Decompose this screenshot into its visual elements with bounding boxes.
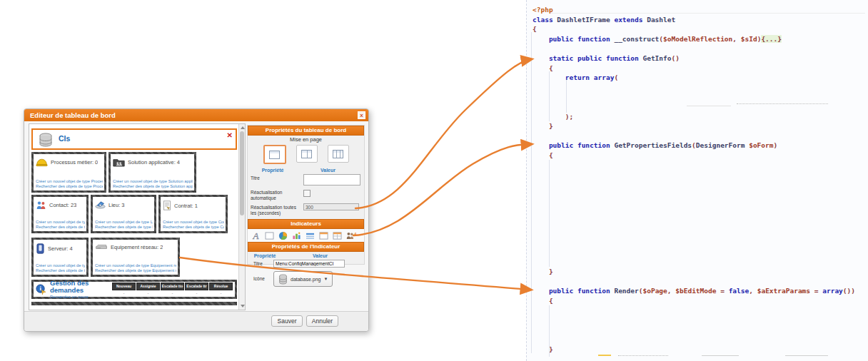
create-object-link[interactable]: Créer un nouvel objet de type Lieu	[95, 220, 153, 225]
search-objects-link[interactable]: Rechercher des objets de type Lieu	[95, 225, 153, 230]
create-object-link[interactable]: Créer un nouvel objet de type Processus …	[36, 179, 103, 184]
group-table-icon[interactable]	[331, 230, 343, 240]
php-source-code: <?phpclass DashletIFrame extends Dashlet…	[533, 5, 868, 354]
property-value-header: Propriété Valeur	[248, 167, 364, 173]
divider	[551, 13, 865, 14]
indent-guide	[549, 160, 550, 267]
dashboard-properties-header: Propriétés du tableau de bord	[248, 126, 364, 136]
dashlet-tile[interactable]: Serveur: 4Créer un nouvel objet de type …	[31, 238, 89, 277]
requests-in-progress-link[interactable]: Demandes en cours	[50, 294, 112, 300]
scroll-down-icon[interactable]	[241, 305, 245, 307]
network-device-icon	[95, 243, 108, 250]
create-object-link[interactable]: Créer un nouvel objet de type Equipement…	[95, 263, 176, 268]
refresh-seconds-label: Réactualisation toutes les (secondes)	[251, 203, 303, 216]
bar-chart-icon[interactable]	[291, 230, 302, 240]
status-value: -	[185, 290, 208, 296]
dashlet-tile[interactable]: Processus métier: 0Créer un nouvel objet…	[31, 152, 106, 193]
dashlet-label: Contrat: 1	[174, 203, 198, 209]
cis-group-tile[interactable]: CIs ✕	[31, 128, 237, 150]
pie-chart-icon[interactable]	[277, 230, 288, 240]
database-icon	[37, 132, 54, 149]
create-object-link[interactable]: Créer un nouvel objet de type Contact	[36, 220, 85, 225]
create-object-link[interactable]: Créer un nouvel objet de type Contrat	[163, 220, 224, 225]
count-icon[interactable]: 4	[345, 230, 356, 240]
scroll-up-icon[interactable]	[241, 126, 245, 129]
arrow-to-getinfo	[355, 59, 531, 208]
contract-icon	[163, 200, 171, 210]
request-dashlet-title: Gestion des demandes	[50, 280, 112, 294]
dashlet-label: Contact: 23	[49, 202, 76, 208]
indent-guide	[531, 32, 532, 353]
application-folder-icon	[113, 158, 125, 167]
indicator-toolbar: A4	[248, 229, 364, 242]
database-icon	[278, 274, 288, 285]
status-column-header: Résolue	[209, 283, 233, 290]
blurred-code	[785, 355, 828, 356]
refresh-seconds-input[interactable]	[303, 203, 359, 210]
search-objects-link[interactable]: Rechercher des objets de type Serveur	[36, 268, 85, 273]
dialog-titlebar[interactable]: Editeur de tableau de bord x	[24, 109, 368, 121]
cancel-button[interactable]: Annuler	[306, 315, 338, 327]
indent-guide	[566, 80, 567, 113]
dashboard-editor-dialog: Editeur de tableau de bord x CIs ✕ Proce…	[24, 108, 369, 332]
close-icon[interactable]: x	[358, 111, 365, 119]
icon-dropdown-value: database.png	[291, 277, 321, 282]
preview-scrollbar[interactable]	[238, 124, 245, 310]
tutorial-canvas: Editeur de tableau de bord x CIs ✕ Proce…	[0, 0, 868, 361]
blurred-code	[702, 355, 739, 356]
dashlet-tile[interactable]: Equipement réseau: 2Créer un nouvel obje…	[91, 238, 180, 277]
create-object-link[interactable]: Créer un nouvel objet de type Serveur	[36, 263, 85, 268]
layout-two-columns-option[interactable]	[296, 145, 318, 163]
status-column-header: Escalade ttr	[185, 283, 208, 290]
search-objects-link[interactable]: Rechercher des objets de type Equipement…	[95, 268, 176, 273]
svg-text:4: 4	[354, 231, 356, 235]
request-management-dashlet[interactable]: i Gestion des demandes Demandes en cours…	[31, 280, 237, 299]
layout-label: Mise en page	[248, 136, 364, 143]
dialog-footer: Sauver Annuler	[24, 311, 368, 331]
collapsed-content	[737, 103, 828, 104]
php-code-panel: <?phpclass DashletIFrame extends Dashlet…	[526, 0, 868, 361]
dashlet-tile[interactable]: Contrat: 1Créer un nouvel objet de type …	[158, 195, 228, 233]
dashlet-label: Lieu: 3	[108, 202, 125, 208]
title-label: Titre	[251, 174, 303, 181]
auto-refresh-label: Réactualisation automatique	[251, 188, 303, 201]
dashlet-tile[interactable]: Lieu: 3Créer un nouvel objet de type Lie…	[91, 195, 156, 233]
delete-group-icon[interactable]: ✕	[227, 131, 233, 139]
status-value: -	[112, 290, 136, 296]
layout-one-column-option[interactable]	[263, 145, 286, 164]
dialog-title: Editeur de tableau de bord	[30, 111, 116, 119]
search-objects-link[interactable]: Rechercher des objets de type Contrat	[163, 225, 224, 230]
indent-guide	[549, 305, 550, 357]
text-icon[interactable]: A	[250, 230, 261, 240]
dashlet-tile[interactable]: Solution applicative: 4Créer un nouvel o…	[108, 152, 196, 193]
frame-icon[interactable]	[263, 230, 275, 240]
properties-panel: Propriétés du tableau de bord Mise en pa…	[247, 125, 365, 265]
search-objects-link[interactable]: Rechercher des objets de type Processus …	[36, 184, 103, 189]
icon-dropdown[interactable]: database.png ▼	[273, 271, 333, 287]
status-value: -	[161, 290, 184, 296]
search-objects-link[interactable]: Rechercher des objets de type Contact	[36, 225, 85, 230]
status-value: -	[136, 290, 160, 296]
badge-icon[interactable]	[318, 230, 329, 240]
status-column-header: Escalade tto	[161, 283, 184, 290]
header-icon[interactable]	[304, 230, 316, 240]
layout-three-columns-option[interactable]	[328, 145, 349, 163]
scrollbar-thumb[interactable]	[240, 131, 244, 215]
dashboard-title-input[interactable]	[303, 174, 360, 185]
create-object-link[interactable]: Créer un nouvel objet de type Solution a…	[113, 179, 193, 184]
save-button[interactable]: Sauver	[271, 315, 303, 327]
status-value: -	[209, 290, 233, 296]
status-column-header: Assignée	[136, 283, 160, 290]
dashboard-preview-panel: CIs ✕ Processus métier: 0Créer un nouvel…	[29, 123, 246, 310]
dashlet-label: Equipement réseau: 2	[111, 244, 163, 250]
indent-guide	[549, 71, 550, 121]
auto-refresh-checkbox[interactable]	[303, 190, 311, 197]
arrow-to-getpropertiesfields	[353, 144, 531, 235]
search-objects-link[interactable]: Rechercher des objets de type Solution a…	[113, 184, 193, 189]
info-icon: i	[36, 284, 46, 295]
server-icon	[36, 243, 45, 254]
indicator-title-input[interactable]	[273, 260, 345, 268]
dashlet-tile[interactable]: Contact: 23Créer un nouvel objet de type…	[31, 195, 89, 233]
hard-hat-icon	[36, 158, 48, 167]
status-column-header: Nouveau	[112, 283, 136, 290]
